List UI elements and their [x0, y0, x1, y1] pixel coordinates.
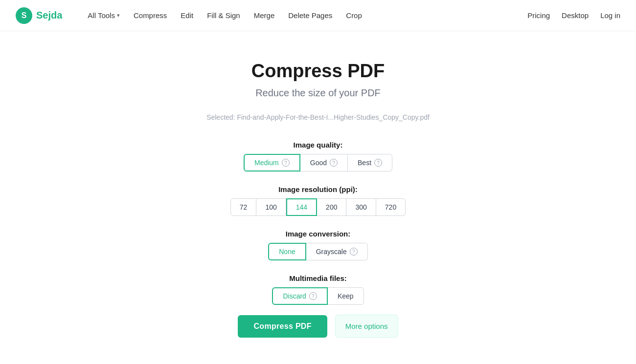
nav-pricing[interactable]: Pricing	[527, 11, 550, 20]
quality-best-button[interactable]: Best ?	[348, 154, 392, 171]
logo-text: Sejda	[36, 10, 62, 21]
multimedia-discard-help-icon[interactable]: ?	[309, 292, 317, 300]
compress-pdf-button[interactable]: Compress PDF	[238, 315, 327, 338]
multimedia-keep-button[interactable]: Keep	[328, 287, 364, 305]
page-subtitle: Reduce the size of your PDF	[255, 87, 381, 99]
image-resolution-label: Image resolution (ppi):	[278, 185, 358, 193]
multimedia-discard-button[interactable]: Discard ?	[272, 287, 327, 305]
nav-item-compress[interactable]: Compress	[128, 7, 173, 23]
conversion-grayscale-button[interactable]: Grayscale ?	[306, 243, 368, 260]
nav-item-delete-pages[interactable]: Delete Pages	[282, 7, 338, 23]
resolution-144-button[interactable]: 144	[286, 198, 317, 216]
page-title: Compress PDF	[251, 61, 385, 82]
nav-right: Pricing Desktop Log in	[527, 11, 620, 20]
nav-desktop[interactable]: Desktop	[562, 11, 589, 20]
action-area: Compress PDF More options	[238, 315, 398, 338]
logo[interactable]: S Sejda	[16, 7, 62, 24]
nav-item-crop[interactable]: Crop	[340, 7, 368, 23]
conversion-none-button[interactable]: None	[268, 243, 306, 260]
multimedia-files-group: Multimedia files: Discard ? Keep	[272, 274, 363, 305]
image-resolution-group: Image resolution (ppi): 72 100 144 200 3…	[230, 185, 406, 216]
resolution-300-button[interactable]: 300	[346, 198, 376, 216]
selected-file-label: Selected: Find-and-Apply-For-the-Best-I.…	[206, 113, 430, 121]
more-options-button[interactable]: More options	[335, 315, 398, 338]
logo-icon: S	[16, 7, 32, 24]
nav-item-merge[interactable]: Merge	[248, 7, 281, 23]
header: S Sejda All Tools ▾ Compress Edit Fill &…	[0, 0, 636, 31]
main-content: Compress PDF Reduce the size of your PDF…	[0, 31, 636, 338]
options-panel: Image quality: Medium ? Good ? Best ? Im…	[0, 141, 636, 305]
resolution-100-button[interactable]: 100	[256, 198, 286, 216]
resolution-720-button[interactable]: 720	[376, 198, 406, 216]
quality-good-button[interactable]: Good ?	[300, 154, 348, 171]
nav-login[interactable]: Log in	[600, 11, 620, 20]
quality-medium-help-icon[interactable]: ?	[282, 159, 290, 167]
image-conversion-group: Image conversion: None Grayscale ?	[268, 230, 368, 260]
image-conversion-buttons: None Grayscale ?	[268, 243, 368, 260]
nav-item-all-tools[interactable]: All Tools ▾	[82, 7, 126, 23]
main-nav: All Tools ▾ Compress Edit Fill & Sign Me…	[82, 7, 527, 23]
resolution-200-button[interactable]: 200	[317, 198, 346, 216]
resolution-72-button[interactable]: 72	[230, 198, 257, 216]
image-quality-label: Image quality:	[294, 141, 343, 149]
quality-best-help-icon[interactable]: ?	[374, 159, 382, 167]
image-conversion-label: Image conversion:	[286, 230, 351, 238]
quality-medium-button[interactable]: Medium ?	[244, 154, 300, 171]
conversion-grayscale-help-icon[interactable]: ?	[350, 248, 358, 256]
quality-good-help-icon[interactable]: ?	[330, 159, 338, 167]
image-quality-group: Image quality: Medium ? Good ? Best ?	[244, 141, 392, 171]
image-quality-buttons: Medium ? Good ? Best ?	[244, 154, 392, 171]
chevron-down-icon: ▾	[117, 12, 120, 19]
nav-item-edit[interactable]: Edit	[175, 7, 199, 23]
multimedia-files-label: Multimedia files:	[289, 274, 347, 282]
multimedia-files-buttons: Discard ? Keep	[272, 287, 363, 305]
image-resolution-buttons: 72 100 144 200 300 720	[230, 198, 406, 216]
nav-item-fill-sign[interactable]: Fill & Sign	[201, 7, 246, 23]
